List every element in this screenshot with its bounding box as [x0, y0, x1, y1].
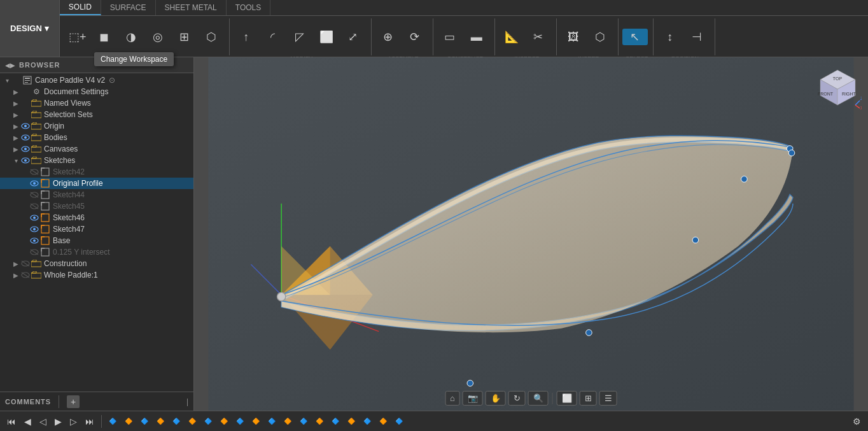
tree-arrow-selection-sets[interactable]: ▶	[11, 111, 20, 118]
tree-item-sketch45[interactable]: Sketch45	[0, 201, 193, 212]
tree-eye-construction[interactable]	[20, 260, 31, 267]
nav-pan-button[interactable]: ✋	[486, 391, 506, 406]
tab-surface[interactable]: SURFACE	[101, 0, 156, 15]
tool-scale[interactable]: ⤢	[340, 29, 366, 45]
tree-item-construction[interactable]: ▶Construction	[0, 258, 193, 269]
timeline-item-2[interactable]: 🔶	[122, 416, 136, 427]
timeline-item-8[interactable]: 🔶	[217, 416, 231, 427]
nav-grid-button[interactable]: ⊞	[580, 391, 597, 406]
tree-eye-bodies[interactable]	[20, 134, 31, 141]
tool-chamfer[interactable]: ◸	[287, 29, 312, 45]
tab-tools[interactable]: TOOLS	[227, 0, 270, 15]
timeline-item-15[interactable]: 🔷	[328, 416, 342, 427]
tool-section[interactable]: ✂	[526, 29, 551, 45]
tree-eye-sketch47[interactable]	[29, 226, 39, 232]
tab-sheet_metal[interactable]: SHEET METAL	[156, 0, 227, 15]
tool-extrude[interactable]: ◼	[92, 29, 117, 45]
tree-eye-original-profile[interactable]	[29, 180, 39, 187]
tree-item-sketches[interactable]: ▾Sketches	[0, 155, 193, 166]
tool-insert-mesh[interactable]: ⬡	[587, 29, 613, 45]
tree-arrow-origin[interactable]: ▶	[11, 123, 20, 130]
timeline-item-9[interactable]: 🔷	[233, 416, 247, 427]
timeline-end-button[interactable]: ⏭	[82, 414, 97, 428]
tool-move[interactable]: ↕	[657, 29, 683, 45]
tree-item-named-views[interactable]: ▶Named Views	[0, 97, 193, 109]
timeline-item-4[interactable]: 🔶	[153, 416, 167, 427]
timeline-next-button[interactable]: ▷	[67, 414, 80, 428]
tool-hole[interactable]: ◎	[145, 29, 171, 45]
tree-extra-root[interactable]: ⊙	[109, 76, 115, 85]
tree-arrow-sketches[interactable]: ▾	[11, 157, 20, 164]
tool-revolve[interactable]: ◑	[118, 29, 144, 45]
tool-midplane[interactable]: ▬	[464, 29, 489, 45]
tool-align[interactable]: ⊣	[684, 29, 710, 45]
tool-motion[interactable]: ⟳	[402, 29, 428, 45]
viewport[interactable]: TOP FRONT RIGHT Z X ⌂ 📷 ✋ ↻ 🔍 ⬜ ⊞ ☰	[194, 57, 868, 411]
tree-arrow-root[interactable]: ▾	[3, 77, 11, 84]
timeline-item-17[interactable]: 🔷	[360, 416, 374, 427]
timeline-item-19[interactable]: 🔷	[392, 416, 406, 427]
tool-mirror[interactable]: ⬡	[199, 29, 224, 45]
tool-offset-plane[interactable]: ▭	[437, 29, 463, 45]
tree-item-doc-settings[interactable]: ▶⚙Document Settings	[0, 86, 193, 97]
timeline-start-button[interactable]: ⏮	[4, 414, 19, 428]
nav-camera-button[interactable]: 📷	[463, 391, 483, 406]
settings-button[interactable]: ⚙	[850, 414, 864, 428]
timeline-item-16[interactable]: 🔶	[344, 416, 358, 427]
nav-view-options-button[interactable]: ☰	[599, 391, 617, 406]
tree-item-canvases[interactable]: ▶Canvases	[0, 143, 193, 155]
tree-item-sketch44[interactable]: Sketch44	[0, 189, 193, 201]
tree-eye-sketch46[interactable]	[29, 215, 39, 221]
add-comment-button[interactable]: +	[67, 395, 80, 408]
nav-orbit-button[interactable]: ↻	[508, 391, 526, 406]
tree-item-origin[interactable]: ▶Origin	[0, 120, 193, 132]
timeline-item-5[interactable]: 🔷	[169, 416, 183, 427]
tree-eye-y-intersect[interactable]	[29, 249, 39, 255]
timeline-item-12[interactable]: 🔶	[281, 416, 295, 427]
tree-item-original-profile[interactable]: Original Profile	[0, 178, 193, 189]
tool-push-pull[interactable]: ↑	[234, 29, 259, 45]
tree-item-sketch47[interactable]: Sketch47	[0, 223, 193, 235]
tree-eye-base[interactable]	[29, 237, 39, 244]
timeline-item-1[interactable]: 🔷	[106, 416, 120, 427]
tree-arrow-named-views[interactable]: ▶	[11, 100, 20, 107]
timeline-prev-button[interactable]: ◀	[21, 414, 34, 428]
tree-eye-sketch44[interactable]	[29, 192, 39, 198]
tool-shell[interactable]: ⬜	[314, 29, 339, 45]
timeline-item-13[interactable]: 🔷	[297, 416, 311, 427]
timeline-item-10[interactable]: 🔶	[249, 416, 263, 427]
browser-tree[interactable]: ▾Canoe Paddle V4 v2⊙▶⚙Document Settings▶…	[0, 73, 193, 392]
tree-item-sketch42[interactable]: Sketch42	[0, 166, 193, 178]
tree-arrow-construction[interactable]: ▶	[11, 260, 20, 267]
tool-measure[interactable]: 📐	[499, 29, 524, 45]
tool-joint[interactable]: ⊕	[375, 29, 401, 45]
tree-item-sketch46[interactable]: Sketch46	[0, 212, 193, 223]
tree-item-root[interactable]: ▾Canoe Paddle V4 v2⊙	[0, 74, 193, 86]
nav-display-button[interactable]: ⬜	[557, 391, 577, 406]
timeline-item-18[interactable]: 🔶	[376, 416, 390, 427]
tree-eye-sketch42[interactable]	[29, 169, 39, 175]
design-button[interactable]: DESIGN ▾	[0, 0, 60, 57]
tree-item-y-intersect[interactable]: 0.125 Y intersect	[0, 246, 193, 258]
tool-new-component[interactable]: ⬚+	[65, 29, 90, 45]
timeline-item-14[interactable]: 🔶	[312, 416, 326, 427]
tree-eye-origin[interactable]	[20, 123, 31, 129]
tree-item-selection-sets[interactable]: ▶Selection Sets	[0, 109, 193, 120]
tree-eye-canvases[interactable]	[20, 146, 31, 152]
tab-solid[interactable]: SOLID	[60, 0, 101, 15]
tool-pattern[interactable]: ⊞	[172, 29, 197, 45]
timeline-item-6[interactable]: 🔶	[185, 416, 199, 427]
tree-arrow-canvases[interactable]: ▶	[11, 146, 20, 153]
timeline-play-button[interactable]: ▶	[52, 414, 65, 428]
tool-insert-img[interactable]: 🖼	[561, 29, 586, 45]
tree-arrow-bodies[interactable]: ▶	[11, 134, 20, 141]
tree-item-base[interactable]: Base	[0, 235, 193, 246]
tree-eye-sketch45[interactable]	[29, 203, 39, 209]
tool-fillet[interactable]: ◜	[260, 29, 286, 45]
tree-item-bodies[interactable]: ▶Bodies	[0, 132, 193, 143]
timeline-item-7[interactable]: 🔷	[201, 416, 215, 427]
timeline-item-11[interactable]: 🔷	[265, 416, 279, 427]
tree-item-whole-paddle[interactable]: ▶Whole Paddle:1	[0, 269, 193, 281]
tree-eye-sketches[interactable]	[20, 157, 31, 164]
timeline-prev2-button[interactable]: ◁	[36, 414, 50, 428]
